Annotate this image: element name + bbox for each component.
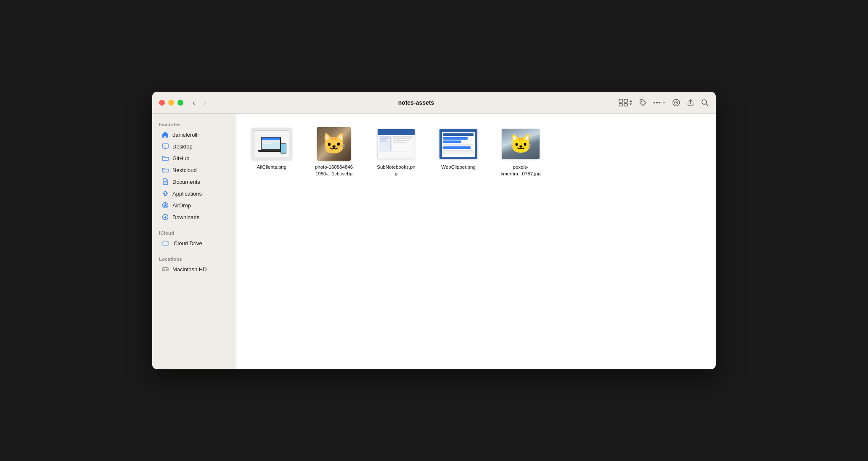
share-icon xyxy=(686,98,695,107)
sidebar-item-label: Documents xyxy=(172,179,200,185)
file-name: pexels-kmerrim...0787.jpg xyxy=(500,164,540,177)
sidebar-item-icloud-drive[interactable]: iCloud Drive xyxy=(155,237,233,249)
svg-rect-10 xyxy=(162,144,168,148)
file-thumbnail xyxy=(251,127,293,161)
sidebar-item-nextcloud[interactable]: Nextcloud xyxy=(155,164,233,176)
file-thumbnail xyxy=(313,127,355,161)
toolbar: ‹ › notes-assets xyxy=(152,92,716,114)
svg-rect-0 xyxy=(619,99,622,102)
share-button[interactable] xyxy=(686,98,695,107)
sidebar-item-downloads[interactable]: Downloads xyxy=(155,211,233,223)
desktop-icon xyxy=(161,143,169,150)
favorites-label: Favorites xyxy=(152,119,236,129)
applications-icon xyxy=(161,190,169,197)
sidebar-item-label: Desktop xyxy=(172,143,193,150)
search-button[interactable] xyxy=(701,98,709,107)
tag-icon xyxy=(639,98,647,107)
sidebar-item-label: Macintosh HD xyxy=(172,266,207,273)
toolbar-actions: ••• xyxy=(619,98,709,107)
file-item-subnotebooks[interactable]: SubNotebooks.png xyxy=(371,124,421,180)
svg-point-18 xyxy=(167,269,167,270)
sidebar-item-label: AirDrop xyxy=(172,202,191,209)
file-name: WebClipper.png xyxy=(441,164,476,171)
nav-buttons: ‹ › xyxy=(190,98,209,107)
svg-point-4 xyxy=(641,101,643,102)
sidebar-item-desktop[interactable]: Desktop xyxy=(155,140,233,152)
file-name: photo-1608848461950-...1cb.webp xyxy=(315,164,353,177)
svg-rect-1 xyxy=(624,99,627,102)
sidebar-item-danielerolli[interactable]: danielerolli xyxy=(155,129,233,140)
airdrop-toolbar-icon xyxy=(672,98,680,107)
more-button[interactable]: ••• xyxy=(653,99,666,106)
file-thumbnail xyxy=(500,127,542,161)
sidebar: Favorites danielerolli Desktop xyxy=(152,114,236,369)
airdrop-icon xyxy=(161,201,169,209)
sort-icon xyxy=(629,100,633,106)
file-name: AllClients.png xyxy=(257,164,286,171)
svg-rect-2 xyxy=(619,103,622,106)
file-thumbnail xyxy=(437,127,479,161)
icloud-icon xyxy=(161,239,169,247)
file-area: AllClients.png photo-1608848461950-...1c… xyxy=(236,114,716,369)
svg-line-9 xyxy=(706,104,708,106)
sidebar-item-airdrop[interactable]: AirDrop xyxy=(155,199,233,211)
svg-rect-3 xyxy=(624,103,627,106)
sidebar-item-macintosh-hd[interactable]: Macintosh HD xyxy=(155,263,233,275)
search-icon xyxy=(701,98,709,107)
file-item-allclients[interactable]: AllClients.png xyxy=(246,124,297,180)
file-name: SubNotebooks.png xyxy=(377,164,415,177)
airdrop-toolbar-button[interactable] xyxy=(672,98,680,107)
sidebar-item-documents[interactable]: Documents xyxy=(155,176,233,188)
locations-label: Locations xyxy=(152,253,236,263)
back-button[interactable]: ‹ xyxy=(190,98,198,107)
folder-icon xyxy=(161,166,169,174)
file-item-photo-cat[interactable]: photo-1608848461950-...1cb.webp xyxy=(309,124,359,180)
harddrive-icon xyxy=(161,265,169,273)
maximize-button[interactable] xyxy=(177,100,183,106)
files-grid: AllClients.png photo-1608848461950-...1c… xyxy=(246,124,706,180)
traffic-lights xyxy=(159,100,183,106)
forward-button[interactable]: › xyxy=(201,98,209,107)
minimize-button[interactable] xyxy=(168,100,174,106)
close-button[interactable] xyxy=(159,100,165,106)
svg-point-15 xyxy=(165,205,166,206)
downloads-icon xyxy=(161,213,169,221)
finder-window: ‹ › notes-assets xyxy=(152,92,716,369)
tag-button[interactable] xyxy=(639,98,647,107)
sidebar-item-label: Nextcloud xyxy=(172,167,197,173)
folder-icon xyxy=(161,154,169,162)
file-item-webclipper[interactable]: WebClipper.png xyxy=(433,124,484,180)
sidebar-item-label: iCloud Drive xyxy=(172,240,202,246)
icloud-label: iCloud xyxy=(152,227,236,237)
svg-point-7 xyxy=(676,102,677,103)
sidebar-item-label: GitHub xyxy=(172,155,189,162)
sidebar-item-github[interactable]: GitHub xyxy=(155,152,233,164)
more-chevron-icon xyxy=(662,101,666,105)
sidebar-item-applications[interactable]: Applications xyxy=(155,188,233,199)
view-toggle[interactable] xyxy=(619,99,633,106)
file-thumbnail xyxy=(375,127,417,161)
main-content: Favorites danielerolli Desktop xyxy=(152,114,716,369)
grid-view-icon xyxy=(619,99,628,106)
document-icon xyxy=(161,178,169,185)
window-title: notes-assets xyxy=(214,99,619,106)
sidebar-item-label: danielerolli xyxy=(172,132,198,138)
file-item-pexels-cat[interactable]: pexels-kmerrim...0787.jpg xyxy=(495,124,546,180)
home-icon xyxy=(161,131,169,138)
sidebar-item-label: Downloads xyxy=(172,214,199,220)
svg-point-8 xyxy=(702,100,707,104)
sidebar-item-label: Applications xyxy=(172,191,202,197)
